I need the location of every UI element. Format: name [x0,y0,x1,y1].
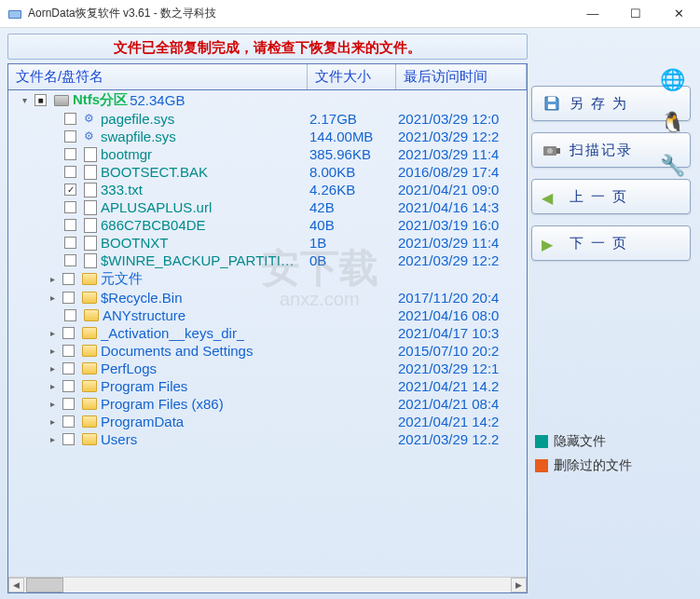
folder-date: 2021/04/21 14.2 [396,378,527,394]
folder-date: 2015/07/10 20:2 [396,343,527,359]
folder-row[interactable]: ▸ ProgramData 2021/04/21 14:2 [8,413,527,430]
status-message: 文件已全部复制完成，请检查下恢复出来的文件。 [7,34,528,60]
horizontal-scrollbar[interactable]: ◀ ▶ [8,577,527,592]
expander-icon[interactable]: ▾ [18,95,31,105]
file-date: 2021/03/19 16:0 [396,217,527,233]
folder-row[interactable]: ▸ $Recycle.Bin 2017/11/20 20:4 [8,289,527,306]
file-row[interactable]: 686C7BCB04DE 40B 2021/03/19 16:0 [8,216,527,234]
checkbox[interactable] [62,292,75,304]
svg-rect-1 [9,11,21,18]
app-icon [7,7,22,21]
checkbox[interactable] [62,345,75,357]
root-row[interactable]: ▾ ■ Ntfs分区 52.34GB [8,90,527,110]
folder-icon [82,415,97,428]
col-header-name[interactable]: 文件名/盘符名 [8,64,308,89]
folder-date: 2021/04/21 14:2 [396,414,527,429]
legend-deleted: 删除过的文件 [535,457,691,474]
file-date: 2021/04/21 09:0 [396,182,527,197]
checkbox[interactable] [62,433,75,445]
file-name: 686C7BCB04DE [101,217,206,233]
checkbox[interactable]: ✓ [64,184,76,196]
checkbox[interactable] [62,415,75,428]
legend-deleted-color [535,459,548,472]
folder-row[interactable]: ▸ Users 2021/03/29 12.2 [8,430,527,448]
col-header-date[interactable]: 最后访问时间 [396,64,527,89]
folder-row[interactable]: ▸ PerfLogs 2021/03/29 12:1 [8,360,527,377]
folder-row[interactable]: ANYstructure 2021/04/16 08:0 [8,306,527,324]
scroll-right-arrow[interactable]: ▶ [511,578,527,592]
file-row[interactable]: $WINRE_BACKUP_PARTITI… 0B 2021/03/29 12:… [8,252,527,269]
folder-row[interactable]: ▸ 元文件 [8,269,527,289]
file-icon [84,147,97,162]
checkbox[interactable] [64,254,76,266]
file-name: bootmgr [101,146,152,162]
file-size: 42B [308,199,396,215]
folder-icon [84,309,99,321]
file-size: 4.26KB [308,182,396,197]
file-row[interactable]: ✓ 333.txt 4.26KB 2021/04/21 09:0 [8,181,527,198]
checkbox[interactable] [64,166,76,178]
folder-name: $Recycle.Bin [101,290,183,306]
drive-icon [54,95,69,106]
file-list[interactable]: ▾ ■ Ntfs分区 52.34GB pagefile.sys 2.17GB 2… [8,90,527,577]
checkbox[interactable] [64,130,76,143]
folder-row[interactable]: ▸ Documents and Settings 2015/07/10 20:2 [8,342,527,360]
checkbox[interactable] [64,237,76,249]
next-button[interactable]: 下 一 页 [531,225,691,261]
folder-row[interactable]: ▸ Program Files 2021/04/21 14.2 [8,377,527,395]
checkbox[interactable] [62,380,75,392]
checkbox[interactable] [64,148,76,160]
legend-deleted-label: 删除过的文件 [554,457,632,474]
checkbox[interactable] [64,219,76,231]
expander-icon[interactable]: ▸ [46,381,59,391]
checkbox[interactable]: ■ [34,94,47,106]
checkbox[interactable] [64,201,76,213]
globe-icon[interactable]: 🌐 [653,61,691,99]
expander-icon[interactable]: ▸ [46,274,59,284]
file-row[interactable]: BOOTSECT.BAK 8.00KB 2016/08/29 17:4 [8,163,527,181]
file-row[interactable]: bootmgr 385.96KB 2021/03/29 11:4 [8,145,527,163]
checkbox[interactable] [62,362,75,374]
folder-name: _Activation__keys_dir_ [101,325,244,341]
file-date: 2021/03/29 11:4 [396,146,527,162]
folder-date: 2021/04/21 08:4 [396,396,527,412]
scroll-thumb[interactable] [26,578,63,592]
checkbox[interactable] [64,113,76,125]
expander-icon[interactable]: ▸ [46,346,59,356]
checkbox[interactable] [62,398,75,410]
expander-icon[interactable]: ▸ [46,328,59,338]
folder-row[interactable]: ▸ _Activation__keys_dir_ 2021/04/17 10:3 [8,324,527,342]
qq-icon[interactable]: 🐧 [653,104,691,142]
col-header-size[interactable]: 文件大小 [308,64,396,89]
file-row[interactable]: swapfile.sys 144.00MB 2021/03/29 12:2 [8,128,527,145]
folder-icon [82,273,97,285]
maximize-button[interactable]: ☐ [614,0,657,28]
folder-icon [82,362,97,374]
file-name: APLUSAPLUS.url [101,199,212,215]
folder-row[interactable]: ▸ Program Files (x86) 2021/04/21 08:4 [8,395,527,413]
folder-date: 2021/03/29 12.2 [396,431,527,447]
file-row[interactable]: BOOTNXT 1B 2021/03/29 11:4 [8,234,527,252]
folder-name: Program Files [101,378,187,394]
expander-icon[interactable]: ▸ [46,416,59,427]
tool-icon[interactable]: 🔧 [653,147,691,184]
file-row[interactable]: pagefile.sys 2.17GB 2021/03/29 12:0 [8,110,527,128]
file-icon [84,165,97,180]
checkbox[interactable] [62,327,75,339]
titlebar: AornData恢复软件 v3.61 - 数之寻科技 — ☐ ✕ [0,0,700,28]
expander-icon[interactable]: ▸ [46,399,59,409]
checkbox[interactable] [62,273,75,285]
file-icon [84,112,97,127]
file-row[interactable]: APLUSAPLUS.url 42B 2021/04/16 14:3 [8,198,527,216]
expander-icon[interactable]: ▸ [46,434,59,444]
expander-icon[interactable]: ▸ [46,293,59,303]
scroll-left-arrow[interactable]: ◀ [8,578,24,592]
checkbox[interactable] [64,309,76,321]
file-date: 2021/03/29 12:2 [396,129,527,144]
expander-icon[interactable]: ▸ [46,363,59,374]
minimize-button[interactable]: — [571,0,614,28]
folder-name: Documents and Settings [101,343,253,359]
folder-icon [82,292,97,304]
close-button[interactable]: ✕ [657,0,700,28]
window-title: AornData恢复软件 v3.61 - 数之寻科技 [28,6,571,21]
